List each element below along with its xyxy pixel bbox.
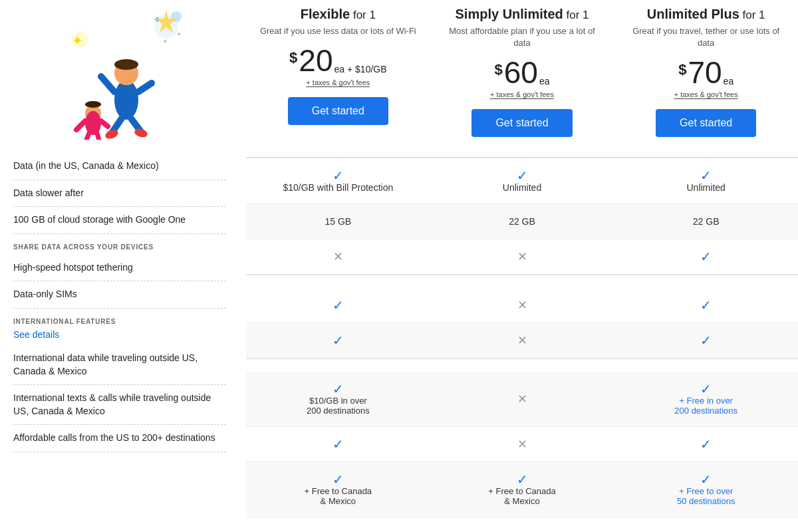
sidebar: ✦ ✦ ✦ [0,0,246,517]
get-started-unlimited-plus-button[interactable]: Get started [656,109,756,137]
unlimited-plus-intl-data: ✓ + Free in over 200 destinations [614,372,798,426]
unlimited-plus-data-cell: ✓ Unlimited [614,158,798,203]
check-icon: ✓ [517,473,528,486]
x-icon: ✕ [517,299,527,311]
check-icon: ✓ [700,250,712,263]
plan-flexible-tagline: Great if you use less data or lots of Wi… [256,25,420,37]
check-icon: ✓ [700,334,712,347]
flexible-affordable-calls: ✓ + Free to Canada & Mexico [246,462,430,517]
simply-unlimited-data-sims: ✕ [430,323,614,358]
unlimited-plus-affordable-calls: ✓ + Free to over 50 destinations [614,462,798,517]
check-icon: ✓ [332,334,344,347]
simply-unlimited-data-cell: ✓ Unlimited [430,158,614,203]
x-icon: ✕ [517,393,527,405]
illustration: ✦ ✦ ✦ [0,0,233,153]
feature-cloud-storage: 100 GB of cloud storage with Google One [13,207,226,234]
check-icon: ✓ [332,438,344,451]
svg-line-18 [76,121,85,130]
check-icon: ✓ [332,473,344,486]
data-row-affordable-calls: ✓ + Free to Canada & Mexico ✓ + Free to … [246,462,798,517]
flexible-data-slower: 15 GB [246,204,430,239]
svg-line-19 [101,121,108,126]
unlimited-plus-data-text: Unlimited [687,182,726,193]
flexible-data-sims: ✓ [246,323,430,358]
check-icon: ✓ [700,473,712,486]
check-icon: ✓ [700,169,712,182]
unlimited-plus-intl-data-text: + Free in over 200 destinations [674,396,737,416]
unlimited-plus-intl-texts: ✓ [614,427,798,462]
unlimited-plus-hotspot: ✓ [614,288,798,323]
feature-intl-texts-calls: International texts & calls while travel… [13,385,226,425]
svg-line-20 [85,133,89,140]
flexible-cloud-storage: ✕ [246,239,430,274]
check-icon: ✓ [700,382,712,396]
sidebar-features: Data (in the US, Canada & Mexico) Data s… [0,153,233,452]
share-section-header: SHARE DATA ACROSS YOUR DEVICES [13,234,226,255]
plan-unlimited-plus-tagline: Great if you travel, tether or use lots … [624,25,788,49]
feature-data-slower-after: Data slower after [13,180,226,207]
simply-unlimited-intl-data: ✕ [430,372,614,426]
svg-point-16 [85,101,101,108]
check-icon: ✓ [700,438,712,451]
get-started-simply-unlimited-button[interactable]: Get started [471,109,572,137]
flexible-intl-texts: ✓ [246,427,430,462]
plan-simply-unlimited-taxes: + taxes & gov't fees [440,90,604,98]
flexible-hotspot: ✓ [246,288,430,323]
data-row-intl-texts: ✓ ✕ ✓ [246,427,798,462]
unlimited-plus-data-sims: ✓ [614,323,798,358]
plan-headers: Flexible for 1 Great if you use less dat… [246,0,798,158]
svg-text:✦: ✦ [176,31,182,38]
section-spacer-2 [246,358,798,372]
svg-line-10 [138,83,152,92]
data-row-cloud-storage: ✕ ✕ ✓ [246,239,798,275]
check-icon: ✓ [332,382,344,396]
unlimited-plus-cloud-storage: ✓ [614,239,798,274]
simply-unlimited-data-text: Unlimited [503,182,541,193]
plan-simply-unlimited-tagline: Most affordable plan if you use a lot of… [440,25,604,49]
simply-unlimited-data-slower: 22 GB [430,204,614,239]
simply-unlimited-hotspot: ✕ [430,288,614,323]
svg-point-8 [114,59,138,70]
check-icon: ✓ [332,299,344,312]
flexible-intl-data-text: $10/GB in over 200 destinations [307,396,370,416]
check-icon: ✓ [517,169,528,182]
x-icon: ✕ [517,438,527,450]
check-icon: ✓ [332,169,344,182]
plan-flexible-header: Flexible for 1 Great if you use less dat… [246,0,430,150]
check-icon: ✓ [700,299,712,312]
plan-simply-unlimited-price: $ 60 ea [440,57,604,88]
see-details-link[interactable]: See details [13,329,226,345]
get-started-flexible-button[interactable]: Get started [288,97,388,125]
flexible-data-cell: ✓ $10/GB with Bill Protection [246,158,430,203]
international-section-header: INTERNATIONAL FEATURES [13,309,226,329]
svg-point-6 [114,80,138,120]
plans-section: Flexible for 1 Great if you use less dat… [246,0,798,517]
flexible-intl-data: ✓ $10/GB in over 200 destinations [246,372,430,426]
data-row-intl-data: ✓ $10/GB in over 200 destinations ✕ ✓ + … [246,372,798,427]
feature-data-sims: Data-only SIMs [13,281,226,309]
plan-unlimited-plus-taxes: + taxes & gov't fees [624,90,788,98]
plan-flexible-title: Flexible for 1 [256,7,420,22]
feature-hotspot: High-speed hotspot tethering [13,255,226,282]
plan-flexible-price: $ 20 ea + $10/GB [256,45,420,76]
feature-grid: ✓ $10/GB with Bill Protection ✓ Unlimite… [246,158,798,517]
simply-unlimited-intl-texts: ✕ [430,427,614,462]
simply-unlimited-affordable-calls-text: + Free to Canada & Mexico [488,486,556,506]
flexible-affordable-calls-text: + Free to Canada & Mexico [305,486,372,506]
x-icon: ✕ [517,251,527,263]
feature-affordable-calls: Affordable calls from the US to 200+ des… [13,425,226,452]
feature-data-us-canada-mexico: Data (in the US, Canada & Mexico) [13,153,226,180]
simply-unlimited-affordable-calls: ✓ + Free to Canada & Mexico [430,462,614,517]
flexible-data-text: $10/GB with Bill Protection [283,182,393,193]
plan-simply-unlimited-header: Simply Unlimited for 1 Most affordable p… [430,0,614,150]
simply-unlimited-cloud-storage: ✕ [430,239,614,274]
unlimited-plus-affordable-calls-text: + Free to over 50 destinations [677,486,735,506]
svg-line-9 [101,76,114,92]
section-spacer-1 [246,275,798,288]
svg-line-21 [97,133,100,140]
x-icon: ✕ [517,334,527,346]
plan-unlimited-plus-header: Unlimited Plus for 1 Great if you travel… [614,0,798,150]
data-row-data-sims: ✓ ✕ ✓ [246,323,798,358]
svg-text:✦: ✦ [163,39,168,45]
plan-unlimited-plus-price: $ 70 ea [624,57,788,88]
